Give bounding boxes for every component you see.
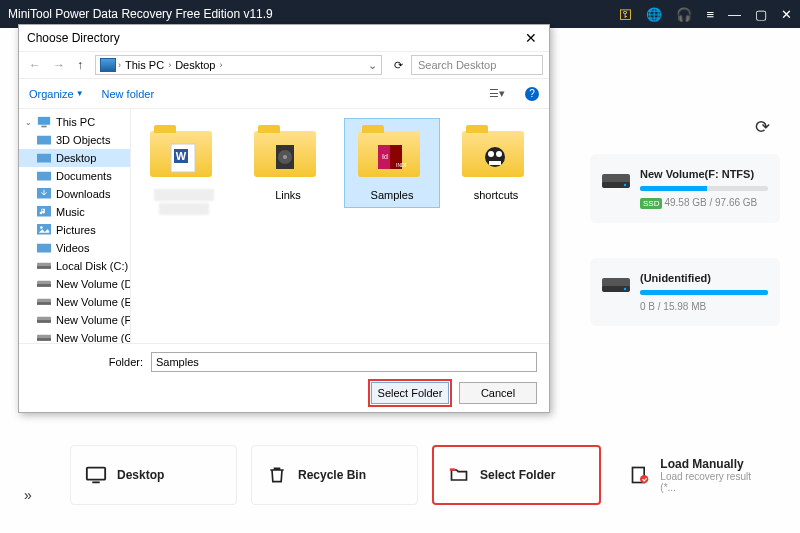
- file-item[interactable]: Links: [241, 119, 335, 207]
- tree-item[interactable]: Downloads: [19, 185, 130, 203]
- close-icon[interactable]: ✕: [781, 7, 792, 22]
- tree-item-label: Music: [56, 206, 85, 218]
- drive-icon: [602, 170, 630, 190]
- drive-size: 0 B / 15.98 MB: [640, 301, 768, 312]
- globe-icon[interactable]: 🌐: [646, 7, 662, 22]
- search-placeholder: Search Desktop: [418, 59, 496, 71]
- breadcrumb-seg[interactable]: Desktop: [173, 59, 217, 71]
- maximize-icon[interactable]: ▢: [755, 7, 767, 22]
- svg-rect-30: [37, 338, 51, 341]
- trash-icon: [266, 464, 288, 486]
- folder-name-row: Folder:: [31, 352, 537, 372]
- pc-icon: [37, 116, 51, 128]
- dialog-footer: Folder: Select Folder Cancel: [19, 343, 549, 412]
- drive-name: (Unidentified): [640, 272, 768, 284]
- tree-item-label: New Volume (D:): [56, 278, 131, 290]
- expand-handle-icon[interactable]: »: [24, 487, 32, 503]
- view-mode-icon[interactable]: ☰▾: [487, 87, 507, 100]
- tree-item-icon: [37, 224, 51, 236]
- tree-item[interactable]: Documents: [19, 167, 130, 185]
- svg-rect-18: [37, 224, 51, 235]
- tree-item-icon: [37, 296, 51, 308]
- loadmanually-label: Load Manually: [660, 457, 766, 471]
- dialog-body: ⌄ This PC 3D ObjectsDesktopDocumentsDown…: [19, 109, 549, 343]
- svg-point-36: [283, 155, 287, 159]
- dialog-close-icon[interactable]: ✕: [521, 30, 541, 46]
- breadcrumb[interactable]: › This PC › Desktop › ⌄: [95, 55, 382, 75]
- svg-rect-22: [37, 266, 51, 269]
- tree-item-icon: [37, 134, 51, 146]
- file-item[interactable]: W: [137, 119, 231, 223]
- recyclebin-card[interactable]: Recycle Bin: [251, 445, 418, 505]
- file-grid[interactable]: W Links IdINDD Samples shortcuts: [131, 109, 549, 343]
- drive-card[interactable]: New Volume(F: NTFS) SSD49.58 GB / 97.66 …: [590, 154, 780, 223]
- chevron-right-icon: ›: [168, 60, 171, 70]
- tree-item-icon: [37, 314, 51, 326]
- tree-item[interactable]: New Volume (D:): [19, 275, 130, 293]
- drive-size: SSD49.58 GB / 97.66 GB: [640, 197, 768, 209]
- select-folder-button[interactable]: Select Folder: [371, 382, 449, 404]
- file-label: Samples: [347, 189, 437, 201]
- breadcrumb-seg[interactable]: This PC: [123, 59, 166, 71]
- loadmanually-card[interactable]: Load Manually Load recovery result (*...: [615, 445, 780, 505]
- svg-rect-28: [37, 320, 51, 323]
- folder-label: Folder:: [31, 356, 143, 368]
- desktop-card[interactable]: Desktop: [70, 445, 237, 505]
- tree-item[interactable]: New Volume (G:): [19, 329, 130, 343]
- file-label: Links: [243, 189, 333, 201]
- bottom-actions: Desktop Recycle Bin Select Folder Load M…: [70, 445, 780, 505]
- selectfolder-card[interactable]: Select Folder: [432, 445, 601, 505]
- tree-item-label: 3D Objects: [56, 134, 110, 146]
- tree-item-label: New Volume (G:): [56, 332, 131, 343]
- svg-point-10: [640, 475, 648, 483]
- tree-item[interactable]: New Volume (F:): [19, 311, 130, 329]
- svg-rect-12: [41, 126, 46, 128]
- help-icon[interactable]: ?: [525, 87, 539, 101]
- selectfolder-label: Select Folder: [480, 468, 555, 482]
- tree-item[interactable]: New Volume (E:): [19, 293, 130, 311]
- back-icon[interactable]: ←: [25, 56, 45, 74]
- dialog-toolbar: Organize ▼ New folder ☰▾ ?: [19, 79, 549, 109]
- drive-card[interactable]: (Unidentified) 0 B / 15.98 MB: [590, 258, 780, 326]
- search-input[interactable]: Search Desktop: [411, 55, 543, 75]
- file-label: [154, 189, 214, 201]
- menu-icon[interactable]: ≡: [706, 7, 714, 22]
- tree-item[interactable]: Pictures: [19, 221, 130, 239]
- organize-menu[interactable]: Organize ▼: [29, 88, 84, 100]
- folder-name-input[interactable]: [151, 352, 537, 372]
- file-item-selected[interactable]: IdINDD Samples: [345, 119, 439, 207]
- choose-directory-dialog: Choose Directory ✕ ← → ↑ › This PC › Des…: [18, 24, 550, 413]
- cancel-button[interactable]: Cancel: [459, 382, 537, 404]
- svg-rect-26: [37, 302, 51, 305]
- forward-icon[interactable]: →: [49, 56, 69, 74]
- dropdown-icon[interactable]: ⌄: [368, 59, 377, 72]
- tree-item[interactable]: Desktop: [19, 149, 130, 167]
- up-icon[interactable]: ↑: [73, 56, 87, 74]
- drive-usage-bar: [640, 290, 768, 295]
- svg-point-2: [624, 184, 626, 186]
- folder-tree[interactable]: ⌄ This PC 3D ObjectsDesktopDocumentsDown…: [19, 109, 131, 343]
- tree-item-icon: [37, 260, 51, 272]
- recyclebin-label: Recycle Bin: [298, 468, 366, 482]
- svg-rect-8: [450, 468, 455, 471]
- titlebar-controls: ⚿ 🌐 🎧 ≡ — ▢ ✕: [619, 7, 792, 22]
- tree-root-thispc[interactable]: ⌄ This PC: [19, 113, 130, 131]
- file-item[interactable]: shortcuts: [449, 119, 543, 207]
- key-icon[interactable]: ⚿: [619, 7, 632, 22]
- tree-item[interactable]: Music: [19, 203, 130, 221]
- dialog-buttons: Select Folder Cancel: [31, 382, 537, 404]
- refresh-icon[interactable]: ⟳: [755, 116, 770, 138]
- app-title: MiniTool Power Data Recovery Free Editio…: [8, 7, 619, 21]
- tree-item[interactable]: 3D Objects: [19, 131, 130, 149]
- headset-icon[interactable]: 🎧: [676, 7, 692, 22]
- tree-item-icon: [37, 152, 51, 164]
- desktop-icon: [85, 464, 107, 486]
- tree-item[interactable]: Videos: [19, 239, 130, 257]
- load-icon: [629, 464, 650, 486]
- minimize-icon[interactable]: —: [728, 7, 741, 22]
- nav-refresh-icon[interactable]: ⟳: [390, 57, 407, 74]
- tree-item[interactable]: Local Disk (C:): [19, 257, 130, 275]
- newfolder-button[interactable]: New folder: [102, 88, 155, 100]
- drive-usage-bar: [640, 186, 768, 191]
- tree-item-icon: [37, 332, 51, 343]
